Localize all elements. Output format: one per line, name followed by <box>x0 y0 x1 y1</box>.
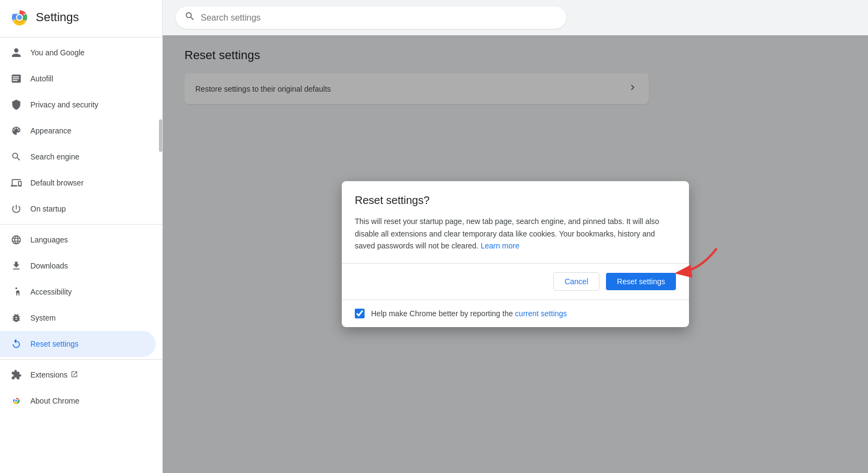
sidebar-header: Settings <box>0 0 162 35</box>
sidebar-item-label: Default browser <box>30 178 84 187</box>
sidebar-item-label: Privacy and security <box>30 100 98 109</box>
power-icon <box>11 203 22 214</box>
reporting-checkbox[interactable] <box>355 309 365 318</box>
sidebar-item-default-browser[interactable]: Default browser <box>0 170 156 196</box>
sidebar-item-languages[interactable]: Languages <box>0 227 156 253</box>
sidebar-divider <box>0 37 162 37</box>
sidebar-item-label: Downloads <box>30 261 68 270</box>
sidebar-item-label: Appearance <box>30 126 72 135</box>
sidebar-item-reset-settings[interactable]: Reset settings <box>0 331 156 357</box>
sidebar-item-on-startup[interactable]: On startup <box>0 196 156 222</box>
sidebar-item-label: Accessibility <box>30 287 72 296</box>
dialog-body: This will reset your startup page, new t… <box>355 215 676 252</box>
reset-settings-button[interactable]: Reset settings <box>606 273 676 290</box>
sidebar-item-you-and-google[interactable]: You and Google <box>0 40 156 66</box>
globe-icon <box>11 234 22 245</box>
main-area: Reset settings Restore settings to their… <box>163 0 868 473</box>
sidebar-item-accessibility[interactable]: Accessibility <box>0 279 156 305</box>
overlay: Reset settings? This will reset your sta… <box>163 35 868 473</box>
sidebar-item-label: Autofill <box>30 74 53 83</box>
sidebar-item-about-chrome[interactable]: About Chrome <box>0 388 156 414</box>
extensions-icon <box>11 369 22 380</box>
content-area: Reset settings Restore settings to their… <box>163 35 868 473</box>
sidebar: Settings You and Google Autofill Privacy… <box>0 0 163 473</box>
search-bar-container <box>163 0 868 35</box>
system-icon <box>11 312 22 323</box>
svg-point-4 <box>17 15 22 20</box>
scrollbar-track <box>159 0 162 473</box>
sidebar-item-label: Languages <box>30 235 68 244</box>
shield-icon <box>11 99 22 110</box>
learn-more-link[interactable]: Learn more <box>481 241 520 250</box>
sidebar-item-appearance[interactable]: Appearance <box>0 118 156 144</box>
download-icon <box>11 260 22 271</box>
sidebar-item-downloads[interactable]: Downloads <box>0 253 156 279</box>
sidebar-divider-3 <box>0 359 162 360</box>
sidebar-item-label: System <box>30 314 56 322</box>
person-icon <box>11 47 22 58</box>
accessibility-icon <box>11 286 22 297</box>
sidebar-item-extensions[interactable]: Extensions <box>0 362 156 388</box>
scrollbar-thumb[interactable] <box>159 119 162 152</box>
footer-text: Help make Chrome better by reporting the… <box>371 309 567 318</box>
dialog-footer: Help make Chrome better by reporting the… <box>342 299 689 327</box>
sidebar-item-privacy[interactable]: Privacy and security <box>0 92 156 118</box>
dialog-actions: Cancel Reset settings <box>342 264 689 299</box>
sidebar-item-search-engine[interactable]: Search engine <box>0 144 156 170</box>
sidebar-divider-2 <box>0 224 162 225</box>
chrome-logo-icon <box>11 9 28 26</box>
sidebar-item-label: About Chrome <box>30 397 79 405</box>
sidebar-item-label: On startup <box>30 204 66 213</box>
sidebar-item-label: You and Google <box>30 48 85 57</box>
about-chrome-icon <box>11 395 22 406</box>
sidebar-item-label: Reset settings <box>30 340 79 348</box>
browser-icon <box>11 177 22 188</box>
palette-icon <box>11 125 22 136</box>
autofill-icon <box>11 73 22 84</box>
dialog-top: Reset settings? This will reset your sta… <box>342 181 689 263</box>
sidebar-item-label: Search engine <box>30 152 79 161</box>
svg-point-8 <box>15 400 17 402</box>
dialog-title: Reset settings? <box>355 194 676 207</box>
reset-icon <box>11 338 22 349</box>
search-nav-icon <box>11 151 22 162</box>
reset-dialog: Reset settings? This will reset your sta… <box>342 181 689 327</box>
search-icon <box>184 11 195 24</box>
current-settings-link[interactable]: current settings <box>515 309 567 318</box>
sidebar-item-autofill[interactable]: Autofill <box>0 66 156 92</box>
extensions-text: Extensions <box>30 370 67 379</box>
search-input[interactable] <box>201 13 558 23</box>
sidebar-item-system[interactable]: System <box>0 305 156 331</box>
settings-title: Settings <box>36 10 79 24</box>
external-link-icon <box>71 370 78 380</box>
search-bar <box>176 7 566 29</box>
cancel-button[interactable]: Cancel <box>553 272 600 291</box>
extensions-label-group: Extensions <box>30 370 78 380</box>
